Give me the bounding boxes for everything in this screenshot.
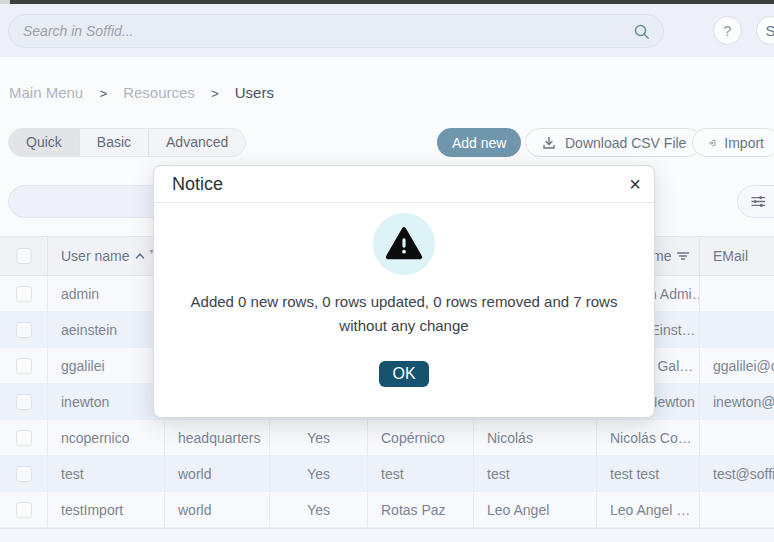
table-cell: Leo Angel … <box>597 492 700 527</box>
table-cell: world <box>165 456 270 491</box>
table-cell: test@soffi <box>700 456 774 491</box>
table-cell: test <box>474 456 597 491</box>
sort-ascending-icon <box>134 250 146 262</box>
table-cell <box>700 276 774 311</box>
row-checkbox[interactable] <box>16 430 32 446</box>
table-row[interactable]: testworldYestesttesttest testtest@soffi <box>0 456 774 492</box>
warning-triangle-icon <box>384 224 424 264</box>
tab-basic[interactable]: Basic <box>80 129 149 156</box>
table-cell: test <box>368 456 474 491</box>
table-cell: ggalilei@c <box>700 348 774 383</box>
download-csv-button[interactable]: Download CSV File <box>525 128 702 157</box>
table-cell: world <box>165 492 270 527</box>
close-icon[interactable]: × <box>629 171 641 197</box>
row-checkbox-cell <box>0 420 48 455</box>
column-header-email[interactable]: EMail <box>700 237 774 275</box>
table-cell: test test <box>597 456 700 491</box>
row-checkbox[interactable] <box>16 358 32 374</box>
search-input[interactable] <box>23 15 623 47</box>
dialog-title: Notice <box>172 174 223 195</box>
breadcrumb-separator: > <box>211 86 219 101</box>
table-row[interactable]: ncopernicoheadquartersYesCopérnicoNicolá… <box>0 420 774 456</box>
table-cell: Copérnico <box>368 420 474 455</box>
help-button[interactable]: ? <box>713 16 742 45</box>
row-checkbox[interactable] <box>16 322 32 338</box>
table-cell: Nicolás <box>474 420 597 455</box>
breadcrumb-main-menu[interactable]: Main Menu <box>9 84 83 101</box>
filter-icon[interactable] <box>676 249 690 263</box>
row-checkbox-cell <box>0 384 48 419</box>
tab-quick[interactable]: Quick <box>9 129 80 156</box>
row-checkbox-cell <box>0 348 48 383</box>
table-footer-strip <box>0 528 774 542</box>
import-label: Import <box>724 135 764 151</box>
tune-sliders-icon <box>750 193 767 210</box>
username-cell: test <box>48 456 165 491</box>
dialog-message: Added 0 new rows, 0 rows updated, 0 rows… <box>178 290 630 338</box>
table-cell: Yes <box>270 456 368 491</box>
select-all-checkbox[interactable] <box>16 248 32 264</box>
column-header-user-name[interactable]: User name ▾ <box>48 237 165 275</box>
table-cell: Yes <box>270 420 368 455</box>
app-screen: ? S Main Menu > Resources > Users Quick … <box>0 0 774 542</box>
view-tabs: Quick Basic Advanced <box>8 128 246 157</box>
username-cell: admin <box>48 276 165 311</box>
row-checkbox-cell <box>0 276 48 311</box>
row-checkbox[interactable] <box>16 502 32 518</box>
row-checkbox[interactable] <box>16 466 32 482</box>
row-checkbox[interactable] <box>16 286 32 302</box>
table-cell: headquarters <box>165 420 270 455</box>
select-all-checkbox-cell <box>0 237 48 275</box>
row-checkbox-cell <box>0 492 48 527</box>
row-checkbox-cell <box>0 456 48 491</box>
breadcrumb-resources[interactable]: Resources <box>123 84 195 101</box>
global-search <box>8 14 664 48</box>
table-cell <box>700 492 774 527</box>
username-cell: testImport <box>48 492 165 527</box>
search-icon[interactable] <box>633 23 651 41</box>
breadcrumb-users: Users <box>235 84 274 101</box>
table-cell <box>700 312 774 347</box>
view-settings-button[interactable]: V <box>737 185 774 218</box>
column-header-label: User name <box>61 248 129 264</box>
ok-button[interactable]: OK <box>379 361 428 387</box>
dialog-header: Notice × <box>154 166 654 203</box>
username-cell: ncopernico <box>48 420 165 455</box>
breadcrumb-separator: > <box>99 86 107 101</box>
username-cell: aeinstein <box>48 312 165 347</box>
tab-advanced[interactable]: Advanced <box>149 129 245 156</box>
top-bar: ? S <box>0 4 774 57</box>
table-cell: Yes <box>270 492 368 527</box>
add-new-button[interactable]: Add new <box>437 128 521 157</box>
dialog-body: Added 0 new rows, 0 rows updated, 0 rows… <box>154 213 654 387</box>
table-cell: Nicolás Co… <box>597 420 700 455</box>
notice-dialog: Notice × Added 0 new rows, 0 rows update… <box>153 165 655 418</box>
download-icon <box>541 135 557 151</box>
breadcrumb: Main Menu > Resources > Users <box>9 84 274 101</box>
avatar[interactable]: S <box>756 16 774 45</box>
username-cell: ggalilei <box>48 348 165 383</box>
row-checkbox-cell <box>0 312 48 347</box>
download-csv-label: Download CSV File <box>565 135 686 151</box>
table-cell: Leo Angel <box>474 492 597 527</box>
row-checkbox[interactable] <box>16 394 32 410</box>
table-cell: inewton@ <box>700 384 774 419</box>
table-cell: Rotas Paz <box>368 492 474 527</box>
import-icon <box>708 135 716 151</box>
table-cell <box>700 420 774 455</box>
import-button[interactable]: Import <box>692 128 774 157</box>
table-row[interactable]: testImportworldYesRotas PazLeo AngelLeo … <box>0 492 774 528</box>
username-cell: inewton <box>48 384 165 419</box>
warning-icon-circle <box>373 213 435 275</box>
